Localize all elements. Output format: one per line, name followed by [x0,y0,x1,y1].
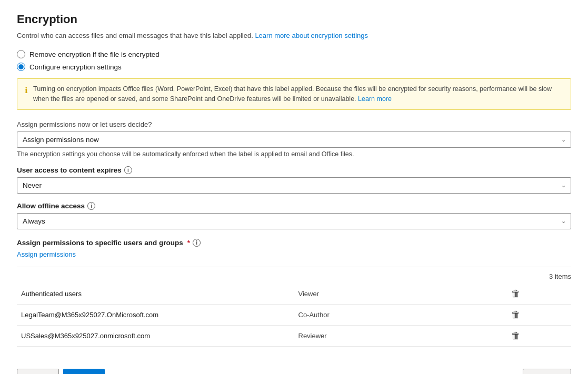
assign-permissions-helper: The encryption settings you choose will … [17,150,571,158]
offline-access-info-icon[interactable]: i [87,202,95,210]
delete-cell-0: 🗑 [460,284,571,305]
learn-more-encryption-link[interactable]: Learn more about encryption settings [255,32,368,39]
user-access-expires-section: User access to content expires i Never O… [17,166,571,194]
assign-permissions-label: Assign permissions now or let users deci… [17,120,571,128]
user-cell-2: USSales@M365x925027.onmicrosoft.com [17,325,294,346]
table-row: LegalTeam@M365x925027.OnMicrosoft.com Co… [17,304,571,325]
info-learn-more-link[interactable]: Learn more [358,95,392,103]
required-star: * [187,239,190,247]
radio-configure-encryption-label: Configure encryption settings [29,63,122,71]
role-cell-2: Reviewer [294,325,461,346]
back-button[interactable]: Back [17,369,59,375]
assign-permissions-group-info-icon[interactable]: i [193,239,201,247]
info-box: ℹ Turning on encryption impacts Office f… [17,78,571,110]
delete-cell-1: 🗑 [460,304,571,325]
cancel-button[interactable]: Cancel [523,369,571,375]
page-subtitle: Control who can access files and email m… [17,32,571,39]
radio-remove-encryption-label: Remove encryption if the file is encrypt… [29,50,160,58]
footer-buttons: Back Next Cancel [17,361,571,375]
assign-permissions-group-label: Assign permissions to specific users and… [17,239,571,247]
assign-permissions-link[interactable]: Assign permissions [17,250,76,258]
user-cell-0: Authenticated users [17,284,294,305]
table-divider [17,267,571,267]
radio-remove-encryption[interactable]: Remove encryption if the file is encrypt… [17,50,571,58]
delete-row-1-button[interactable]: 🗑 [511,309,521,320]
footer-left-buttons: Back Next [17,369,105,375]
assign-permissions-group-section: Assign permissions to specific users and… [17,239,571,258]
delete-cell-2: 🗑 [460,325,571,346]
table-row: USSales@M365x925027.onmicrosoft.com Revi… [17,325,571,346]
radio-configure-encryption[interactable]: Configure encryption settings [17,63,571,71]
next-button[interactable]: Next [63,369,105,375]
offline-access-section: Allow offline access i Always Never Only… [17,202,571,229]
encryption-radio-group: Remove encryption if the file is encrypt… [17,50,571,71]
user-access-select[interactable]: Never On a specific date A number of day… [17,177,571,194]
user-cell-1: LegalTeam@M365x925027.OnMicrosoft.com [17,304,294,325]
table-row: Authenticated users Viewer 🗑 [17,284,571,305]
assign-permissions-select-wrapper: Assign permissions now Let users assign … [17,132,571,148]
assign-permissions-now-section: Assign permissions now or let users deci… [17,120,571,158]
info-icon: ℹ [25,85,28,104]
assign-permissions-select[interactable]: Assign permissions now Let users assign … [17,132,571,148]
items-count: 3 items [17,272,571,280]
delete-row-2-button[interactable]: 🗑 [511,330,521,341]
delete-row-0-button[interactable]: 🗑 [511,288,521,299]
offline-access-select-wrapper: Always Never Only for a number of days ⌄ [17,213,571,229]
role-cell-0: Viewer [294,284,461,305]
offline-access-select[interactable]: Always Never Only for a number of days [17,213,571,229]
permissions-table: Authenticated users Viewer 🗑 LegalTeam@M… [17,284,571,347]
user-access-select-wrapper: Never On a specific date A number of day… [17,177,571,194]
radio-remove-encryption-input[interactable] [17,50,25,58]
user-access-info-icon[interactable]: i [124,166,132,174]
page-title: Encryption [17,13,571,26]
radio-configure-encryption-input[interactable] [17,63,25,71]
offline-access-label: Allow offline access i [17,202,571,210]
user-access-expires-label: User access to content expires i [17,166,571,174]
role-cell-1: Co-Author [294,304,461,325]
info-message: Turning on encryption impacts Office fil… [33,84,563,104]
